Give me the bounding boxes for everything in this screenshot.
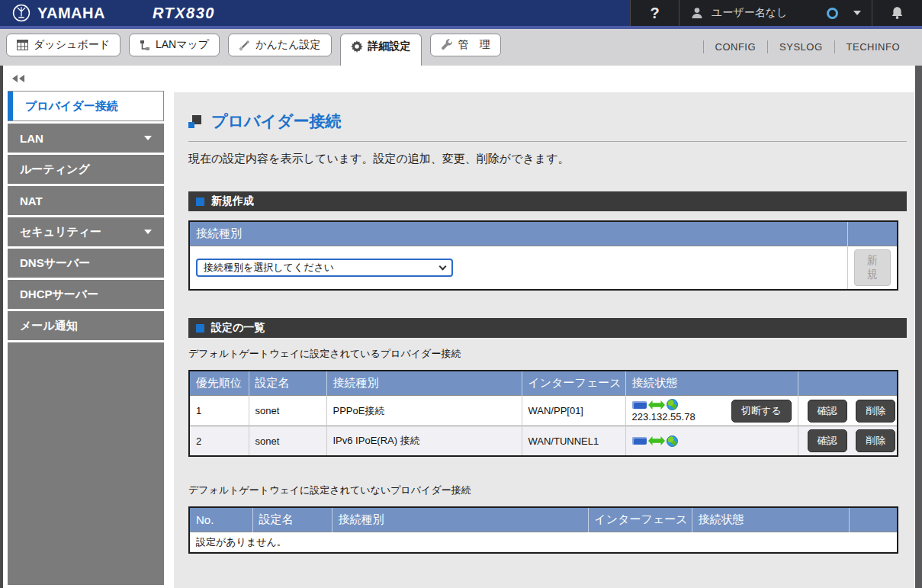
user-menu[interactable]: ユーザー名なし [679,0,872,26]
vertical-scrollbar[interactable] [915,66,922,588]
table-row: 1 sonet PPPoE接続 WAN/PP[01] [189,396,898,426]
cell-interface: WAN/PP[01] [522,396,625,426]
page-title-row: プロバイダー接続 [188,111,907,132]
sidebar-item-label: LAN [20,132,43,145]
column-header-actions [798,371,898,396]
page-description: 現在の設定内容を表示しています。設定の追加、変更、削除ができます。 [188,152,907,166]
title-divider [188,141,907,142]
page-title-squares-icon [188,115,201,128]
chevron-down-icon [853,11,861,15]
bell-icon [891,6,904,20]
tab-admin[interactable]: 管 理 [430,34,501,56]
help-button[interactable]: ? [630,0,679,26]
tab-advanced-settings[interactable]: 詳細設定 [340,34,422,66]
sidebar-item-dhcp-server[interactable]: DHCPサーバー [8,280,164,309]
green-link-arrow-icon [648,400,665,410]
create-section-title: 新規作成 [211,194,254,208]
link-config[interactable]: CONFIG [703,40,768,53]
new-button[interactable]: 新規 [854,249,891,286]
user-icon [690,6,704,20]
disconnect-button[interactable]: 切断する [731,400,792,423]
tab-bar: ダッシュボード LANマップ かんたん設定 [0,29,922,66]
cell-status: 223.132.55.78 切断する [625,396,798,426]
cell-actions: 確認 削除 [798,396,898,426]
create-section-header: 新規作成 [188,191,907,211]
model-name: RTX830 [153,5,215,22]
content-panel: プロバイダー接続 現在の設定内容を表示しています。設定の追加、変更、削除ができま… [174,92,914,588]
refresh-spinner-icon[interactable] [827,8,838,19]
column-header-empty [847,221,898,246]
sidebar-item-lan[interactable]: LAN [8,124,164,153]
sidebar-filler [8,342,164,585]
content-area: プロバイダー接続 現在の設定内容を表示しています。設定の追加、変更、削除ができま… [164,66,922,588]
delete-button[interactable]: 削除 [856,400,895,423]
cell-actions: 確認 削除 [798,426,898,457]
left-rail [0,66,3,588]
wan-ip-address: 223.132.55.78 [632,411,696,423]
non-default-gateway-caption: デフォルトゲートウェイに設定されていないプロバイダー接続 [188,484,907,497]
sidebar-item-dns-server[interactable]: DNSサーバー [8,249,164,278]
collapse-left-icon [12,75,18,82]
default-connections-table: 優先順位 設定名 接続種別 インターフェース 接続状態 1 sonet PPPo… [188,370,898,457]
confirm-button[interactable]: 確認 [808,400,847,423]
sidebar-item-nat[interactable]: NAT [8,186,164,215]
column-header-actions [849,507,898,532]
green-link-arrow-icon [648,436,665,445]
column-header-interface: インターフェース [522,371,625,396]
list-section-header: 設定の一覧 [188,318,907,338]
sidebar-collapse-button[interactable] [8,66,164,91]
column-header-interface: インターフェース [588,507,692,532]
section-square-icon [196,198,204,206]
column-header-name: 設定名 [252,507,332,532]
sidebar-item-provider-connection[interactable]: プロバイダー接続 [8,91,164,121]
sidebar-item-label: NAT [20,194,43,207]
chevron-down-icon [144,136,152,140]
lan-topology-icon [140,40,150,50]
link-syslog[interactable]: SYSLOG [767,40,834,53]
internet-globe-icon [667,399,678,410]
sidebar-item-security[interactable]: セキュリティー [8,217,164,246]
sidebar-item-label: プロバイダー接続 [25,99,118,114]
chevron-down-icon [439,262,447,270]
internet-globe-icon [667,435,678,447]
link-techinfo[interactable]: TECHINFO [834,40,911,53]
tab-label: ダッシュボード [34,38,110,52]
non-default-connections-table: No. 設定名 接続種別 インターフェース 接続状態 設定がありません。 [188,506,898,554]
tab-label: LANマップ [156,38,209,52]
list-section-title: 設定の一覧 [211,321,265,335]
magic-wand-icon [239,40,250,51]
cell-priority: 2 [189,426,249,457]
sidebar-item-label: DNSサーバー [20,256,90,271]
tab-label: 管 理 [458,38,490,52]
wrench-icon [441,39,453,51]
connection-type-select[interactable]: 接続種別を選択してください [196,259,453,277]
sidebar-menu: プロバイダー接続 LAN ルーティング NAT セキュリティー DNSサーバー … [8,91,164,588]
column-header-connection-type: 接続種別 [189,221,847,246]
chevron-down-icon [144,230,152,234]
gear-icon [351,40,363,53]
router-icon [632,401,647,409]
notifications-button[interactable] [872,0,922,26]
cell-type: IPv6 IPoE(RA) 接続 [326,426,522,457]
cell-type: PPPoE接続 [326,396,522,426]
cell-name: sonet [249,396,326,426]
top-bar-utility-area: ? ユーザー名なし [630,0,922,26]
top-bar: YAMAHA RTX830 ? ユーザー名なし [0,0,922,26]
column-header-type: 接続種別 [332,507,588,532]
sidebar-item-routing[interactable]: ルーティング [8,155,164,184]
create-table: 接続種別 接続種別を選択してください 新規 [188,220,898,291]
tab-lan-map[interactable]: LANマップ [129,34,220,56]
delete-button[interactable]: 削除 [856,429,895,452]
column-header-status: 接続状態 [625,371,798,396]
confirm-button[interactable]: 確認 [808,429,847,452]
column-header-no: No. [189,507,252,532]
yamaha-tuning-fork-icon [12,4,31,22]
empty-message: 設定がありません。 [189,532,898,554]
select-value: 接続種別を選択してください [204,261,334,275]
column-header-name: 設定名 [249,371,326,396]
tab-dashboard[interactable]: ダッシュボード [6,34,120,56]
column-header-priority: 優先順位 [189,371,249,396]
sidebar-item-label: セキュリティー [20,225,101,239]
sidebar-item-mail-notification[interactable]: メール通知 [8,311,164,340]
tab-easy-setup[interactable]: かんたん設定 [228,34,331,56]
